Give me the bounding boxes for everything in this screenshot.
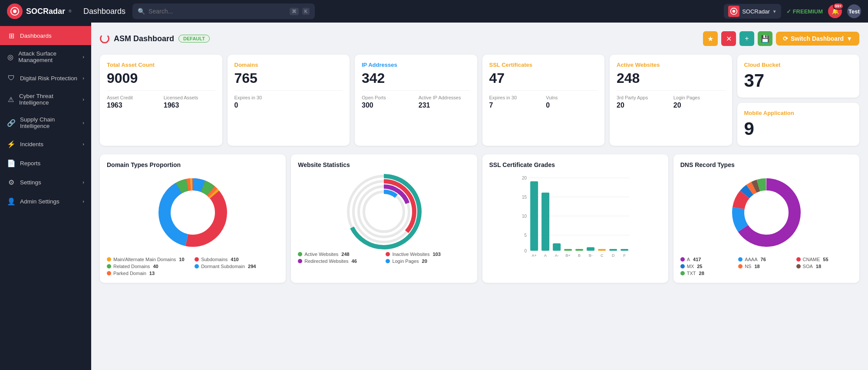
save-button[interactable]: 💾: [758, 31, 772, 46]
notification-button[interactable]: 🔔 99+: [828, 4, 842, 18]
cloud-title: Cloud Bucket: [744, 62, 853, 68]
login-pages-label: Login Pages: [673, 95, 725, 100]
search-box[interactable]: 🔍 ⌘ K: [132, 3, 315, 19]
account-logo: [728, 6, 739, 17]
bar-bplus: [564, 249, 572, 251]
legend-main-domains: Main/Alternate Main Domains 10: [107, 257, 191, 262]
grid-icon: ⊞: [7, 31, 16, 40]
legend-dot-active-web: [298, 252, 302, 256]
right-col: Cloud Bucket 37 Mobile Application 9: [737, 55, 860, 146]
domains-title: Domains: [234, 62, 343, 68]
ssl-vulns-value: 0: [546, 102, 597, 109]
sidebar-item-reports[interactable]: 📄 Reports: [0, 154, 91, 173]
incident-icon: ⚡: [7, 140, 16, 148]
svg-text:A+: A+: [531, 253, 536, 258]
ssl-expires-label: Expires in 30: [489, 95, 541, 100]
legend-inactive-websites: Inactive Websites 103: [386, 252, 470, 257]
sidebar-item-drp[interactable]: 🛡 Digital Risk Protection ›: [0, 69, 91, 88]
freemium-badge: ✓ FREEMIUM: [786, 8, 823, 15]
ip-sub-row: Open Ports 300 Active IP Addresses 231: [362, 90, 470, 109]
ssl-vulns-label: Vulns: [546, 95, 597, 100]
legend-value-login: 20: [422, 259, 427, 264]
sidebar-item-sci[interactable]: 🔗 Supply Chain Intelligence ›: [0, 111, 91, 134]
sidebar-label-incidents: Incidents: [20, 141, 43, 147]
sidebar-item-incidents[interactable]: ⚡ Incidents ›: [0, 134, 91, 154]
sidebar-item-dashboards[interactable]: ⊞ Dashboards: [0, 26, 91, 45]
user-avatar[interactable]: Test: [847, 4, 861, 18]
search-input[interactable]: [149, 8, 286, 15]
dns-donut-container: [680, 174, 852, 252]
dns-legend: A 417 AAAA 76 CNAME 55: [680, 257, 852, 276]
stat-card-cloud: Cloud Bucket 37: [737, 55, 860, 98]
dns-donut-svg: [727, 174, 805, 252]
legend-ns: NS 18: [738, 264, 794, 269]
sidebar-label-admin: Admin Settings: [20, 198, 59, 205]
switch-label: Switch Dashboard: [791, 35, 844, 42]
legend-active-websites: Active Websites 248: [298, 252, 382, 257]
legend-value-mx: 25: [697, 264, 702, 269]
legend-label-ns: NS: [745, 264, 751, 269]
svg-text:A: A: [544, 253, 547, 258]
legend-value-aaaa: 76: [761, 257, 766, 262]
sidebar-label-dashboards: Dashboards: [20, 33, 52, 39]
legend-value-redirected: 46: [352, 259, 357, 264]
svg-text:C: C: [600, 253, 603, 258]
add-button[interactable]: +: [739, 31, 754, 46]
legend-dot-inactive-web: [386, 252, 390, 256]
legend-txt: TXT 28: [680, 271, 736, 276]
sidebar-item-admin[interactable]: 👤 Admin Settings ›: [0, 192, 91, 211]
svg-text:15: 15: [522, 195, 527, 200]
login-pages: Login Pages 20: [673, 95, 725, 109]
legend-subdomains: Subdomains 410: [195, 257, 279, 262]
legend-redirected-websites: Redirected Websites 46: [298, 259, 382, 264]
svg-text:A-: A-: [554, 253, 558, 258]
open-ports: Open Ports 300: [362, 95, 413, 109]
asset-credit-value: 1963: [107, 102, 158, 109]
legend-label-dormant: Dormant Subdomain: [201, 264, 245, 269]
open-ports-value: 300: [362, 102, 413, 109]
licensed-assets-label: Licensed Assets: [164, 95, 215, 100]
search-kbd-cmd: ⌘: [290, 8, 299, 15]
topnav: SOCRadar® Dashboards 🔍 ⌘ K SOCRadar ▼ ✓ …: [0, 0, 868, 23]
delete-button[interactable]: ✕: [721, 31, 736, 46]
star-button[interactable]: ★: [703, 31, 718, 46]
mobile-title: Mobile Application: [744, 110, 853, 116]
licensed-assets: Licensed Assets 1963: [164, 95, 215, 109]
switch-dashboard-button[interactable]: ⟳ Switch Dashboard ▼: [776, 32, 859, 46]
legend-label-main: Main/Alternate Main Domains: [113, 257, 176, 262]
account-switcher[interactable]: SOCRadar ▼: [724, 4, 781, 19]
chart-ssl-grades: SSL Certificate Grades 20 15 10 5 0: [482, 154, 668, 283]
svg-text:F: F: [623, 253, 626, 258]
legend-label-active-web: Active Websites: [304, 252, 338, 257]
chevron-right-icon-settings: ›: [83, 180, 84, 185]
ip-title: IP Addresses: [362, 62, 470, 68]
legend-value-ns: 18: [754, 264, 759, 269]
svg-point-44: [745, 191, 788, 234]
legend-aaaa: AAAA 76: [738, 257, 794, 262]
sidebar-label-asm: Attack Surface Management: [18, 50, 78, 63]
legend-label-aaaa: AAAA: [745, 257, 757, 262]
total-asset-title: Total Asset Count: [107, 62, 215, 68]
svg-text:20: 20: [522, 176, 527, 180]
ssl-expires-value: 7: [489, 102, 541, 109]
sidebar-item-cti[interactable]: ⚠ Cyber Threat Intelligence ›: [0, 88, 91, 111]
sidebar-item-settings[interactable]: ⚙ Settings ›: [0, 173, 91, 192]
chart-website-stats: Website Statistics: [291, 154, 477, 283]
sidebar: ⊞ Dashboards ◎ Attack Surface Management…: [0, 23, 91, 370]
open-ports-label: Open Ports: [362, 95, 413, 100]
ssl-title: SSL Certificates: [489, 62, 598, 68]
legend-value-inactive-web: 103: [432, 252, 440, 257]
legend-dot-a: [680, 257, 685, 262]
login-pages-value: 20: [673, 102, 725, 109]
svg-text:B-: B-: [588, 253, 592, 258]
website-legend: Active Websites 248 Inactive Websites 10…: [298, 252, 470, 264]
chevron-right-icon-cti: ›: [83, 97, 84, 102]
legend-value-txt: 28: [699, 271, 704, 276]
legend-dot-sub: [195, 257, 199, 262]
sidebar-item-asm[interactable]: ◎ Attack Surface Management ›: [0, 45, 91, 69]
legend-dot-dormant: [195, 264, 199, 268]
logo-icon: [7, 3, 23, 19]
legend-parked: Parked Domain 13: [107, 271, 191, 276]
main-content: ASM Dashboard DEFAULT ★ ✕ + 💾 ⟳ Switch D…: [91, 23, 868, 370]
domains-sub-row: Expires in 30 0: [234, 90, 343, 109]
